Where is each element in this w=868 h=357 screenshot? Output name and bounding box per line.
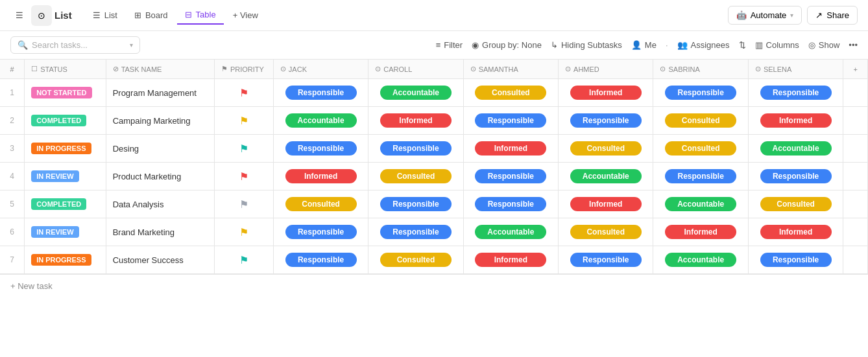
row-samantha[interactable]: Informed (463, 135, 558, 163)
row-ahmed[interactable]: Responsible (559, 107, 653, 135)
row-priority[interactable]: ⚑ (214, 218, 273, 246)
row-ahmed[interactable]: Consulted (559, 135, 653, 163)
row-caroll[interactable]: Accountable (368, 79, 463, 107)
nav-view-table[interactable]: ⊟ Table (177, 6, 224, 25)
row-status[interactable]: COMPLETED (25, 107, 106, 135)
filter-button[interactable]: ≡ Filter (436, 40, 463, 50)
row-selena[interactable]: Responsible (748, 163, 843, 190)
row-task[interactable]: Brand Marketing (106, 218, 214, 246)
sort-button[interactable]: ⇅ (739, 40, 746, 50)
more-button[interactable]: ••• (849, 40, 858, 50)
nav-view-list[interactable]: ☰ List (85, 6, 125, 24)
row-status[interactable]: IN REVIEW (25, 163, 106, 190)
row-selena[interactable]: Informed (748, 218, 843, 246)
row-status[interactable]: NOT STARTED (25, 79, 106, 107)
row-sabrina[interactable]: Consulted (653, 135, 748, 163)
row-caroll[interactable]: Responsible (368, 218, 463, 246)
row-jack[interactable]: Responsible (273, 246, 368, 274)
samantha-col-icon: ⊙ (470, 65, 476, 73)
row-ahmed[interactable]: Consulted (559, 218, 653, 246)
row-priority[interactable]: ⚑ (214, 246, 273, 274)
board-view-icon: ⊞ (134, 10, 141, 20)
row-priority[interactable]: ⚑ (214, 79, 273, 107)
task-name: Customer Success (113, 255, 184, 265)
caroll-raci-badge: Consulted (380, 253, 452, 267)
row-task[interactable]: Desing (106, 135, 214, 163)
row-jack[interactable]: Accountable (273, 107, 368, 135)
task-name: Product Marketing (113, 172, 182, 181)
row-task[interactable]: Customer Success (106, 246, 214, 274)
row-task[interactable]: Program Management (106, 79, 214, 107)
row-selena[interactable]: Consulted (748, 190, 843, 218)
row-priority[interactable]: ⚑ (214, 163, 273, 190)
row-ahmed[interactable]: Informed (559, 190, 653, 218)
nav-view-add[interactable]: + View (225, 6, 266, 24)
columns-button[interactable]: ▥ Columns (755, 40, 799, 50)
row-num: 7 (0, 246, 25, 274)
row-status[interactable]: IN PROGRESS (25, 135, 106, 163)
share-button[interactable]: ↗ Share (807, 6, 858, 25)
assignees-button[interactable]: 👥 Assignees (677, 40, 730, 50)
selena-col-icon: ⊙ (755, 65, 761, 73)
row-caroll[interactable]: Responsible (368, 190, 463, 218)
ahmed-col-icon: ⊙ (565, 65, 571, 73)
nav-view-board[interactable]: ⊞ Board (127, 6, 176, 24)
status-badge: IN PROGRESS (31, 143, 91, 154)
row-ahmed[interactable]: Responsible (559, 246, 653, 274)
row-samantha[interactable]: Informed (463, 246, 558, 274)
row-sabrina[interactable]: Informed (653, 218, 748, 246)
col-add[interactable]: + (843, 60, 868, 79)
row-jack[interactable]: Informed (273, 163, 368, 190)
jack-raci-badge: Responsible (285, 86, 357, 100)
automate-button[interactable]: 🤖 Automate ▾ (728, 6, 802, 25)
ahmed-raci-badge: Informed (570, 86, 642, 100)
row-samantha[interactable]: Responsible (463, 190, 558, 218)
row-jack[interactable]: Consulted (273, 190, 368, 218)
sabrina-col-icon: ⊙ (660, 65, 666, 73)
add-task-button[interactable]: + New task (0, 274, 868, 297)
row-selena[interactable]: Responsible (748, 246, 843, 274)
row-priority[interactable]: ⚑ (214, 135, 273, 163)
search-box[interactable]: 🔍 Search tasks... ▾ (10, 36, 140, 54)
task-name: Data Analysis (113, 200, 164, 209)
row-sabrina[interactable]: Accountable (653, 190, 748, 218)
row-jack[interactable]: Responsible (273, 218, 368, 246)
row-jack[interactable]: Responsible (273, 135, 368, 163)
row-priority[interactable]: ⚑ (214, 107, 273, 135)
row-sabrina[interactable]: Responsible (653, 79, 748, 107)
row-selena[interactable]: Accountable (748, 135, 843, 163)
row-status[interactable]: COMPLETED (25, 190, 106, 218)
group-button[interactable]: ◉ Group by: None (472, 40, 542, 50)
row-jack[interactable]: Responsible (273, 79, 368, 107)
row-status[interactable]: IN PROGRESS (25, 246, 106, 274)
menu-icon[interactable]: ☰ (10, 6, 29, 25)
row-task[interactable]: Data Analysis (106, 190, 214, 218)
row-task[interactable]: Campaing Marketing (106, 107, 214, 135)
row-samantha[interactable]: Consulted (463, 79, 558, 107)
row-samantha[interactable]: Responsible (463, 163, 558, 190)
priority-flag-icon: ⚑ (239, 227, 248, 238)
subtasks-button[interactable]: ↳ Hiding Subtasks (551, 40, 622, 50)
row-caroll[interactable]: Consulted (368, 163, 463, 190)
row-selena[interactable]: Responsible (748, 79, 843, 107)
row-ahmed[interactable]: Informed (559, 79, 653, 107)
row-priority[interactable]: ⚑ (214, 190, 273, 218)
row-samantha[interactable]: Accountable (463, 218, 558, 246)
row-caroll[interactable]: Informed (368, 107, 463, 135)
row-ahmed[interactable]: Accountable (559, 163, 653, 190)
show-button[interactable]: ◎ Show (808, 40, 840, 50)
row-sabrina[interactable]: Responsible (653, 163, 748, 190)
status-badge: IN REVIEW (31, 226, 78, 238)
row-add-col (843, 79, 868, 107)
row-caroll[interactable]: Responsible (368, 135, 463, 163)
row-sabrina[interactable]: Consulted (653, 107, 748, 135)
row-status[interactable]: IN REVIEW (25, 218, 106, 246)
row-task[interactable]: Product Marketing (106, 163, 214, 190)
row-num: 3 (0, 135, 25, 163)
row-samantha[interactable]: Responsible (463, 107, 558, 135)
row-selena[interactable]: Informed (748, 107, 843, 135)
row-sabrina[interactable]: Accountable (653, 246, 748, 274)
list-icon-btn[interactable]: ⊙ (31, 5, 52, 26)
me-button[interactable]: 👤 Me (631, 40, 657, 50)
row-caroll[interactable]: Consulted (368, 246, 463, 274)
